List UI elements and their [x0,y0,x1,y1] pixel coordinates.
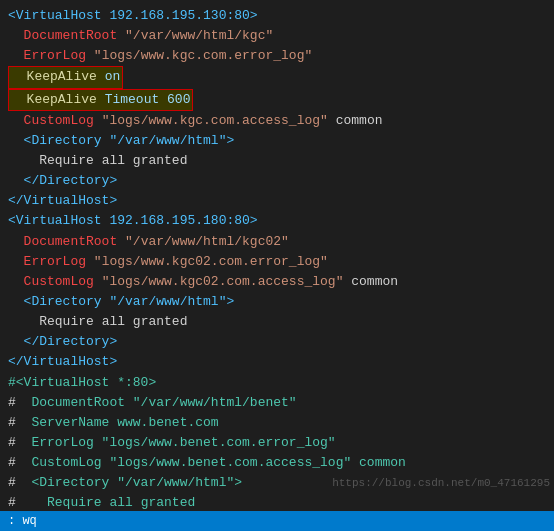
status-bar: : wq [0,511,554,531]
code-line: CustomLog "logs/www.kgc.com.access_log" … [8,111,546,131]
code-editor: <VirtualHost 192.168.195.130:80> Documen… [0,0,554,511]
code-line: KeepAlive Timeout 600 [8,89,546,111]
code-line: <VirtualHost 192.168.195.130:80> [8,6,546,26]
code-line: Require all granted [8,312,546,332]
code-line: </Directory> [8,332,546,352]
code-line: Require all granted [8,151,546,171]
code-line: DocumentRoot "/var/www/html/kgc02" [8,232,546,252]
code-line: </VirtualHost> [8,352,546,372]
code-line: # ServerName www.benet.com [8,413,546,433]
code-line: CustomLog "logs/www.kgc02.com.access_log… [8,272,546,292]
code-lines: <VirtualHost 192.168.195.130:80> Documen… [8,6,546,511]
code-line: # DocumentRoot "/var/www/html/benet" [8,393,546,413]
code-line: DocumentRoot "/var/www/html/kgc" [8,26,546,46]
code-line: <Directory "/var/www/html"> [8,131,546,151]
code-line: #<VirtualHost *:80> [8,373,546,393]
code-line: # ErrorLog "logs/www.benet.com.error_log… [8,433,546,453]
code-line: ErrorLog "logs/www.kgc.com.error_log" [8,46,546,66]
code-line: # CustomLog "logs/www.benet.com.access_l… [8,453,546,473]
code-line: <VirtualHost 192.168.195.180:80> [8,211,546,231]
vim-command: : wq [8,514,37,528]
watermark: https://blog.csdn.net/m0_47161295 [332,477,550,489]
code-line: ErrorLog "logs/www.kgc02.com.error_log" [8,252,546,272]
code-line: # Require all granted [8,493,546,511]
code-line: </Directory> [8,171,546,191]
code-line: </VirtualHost> [8,191,546,211]
code-line: <Directory "/var/www/html"> [8,292,546,312]
code-line: KeepAlive on [8,66,546,88]
